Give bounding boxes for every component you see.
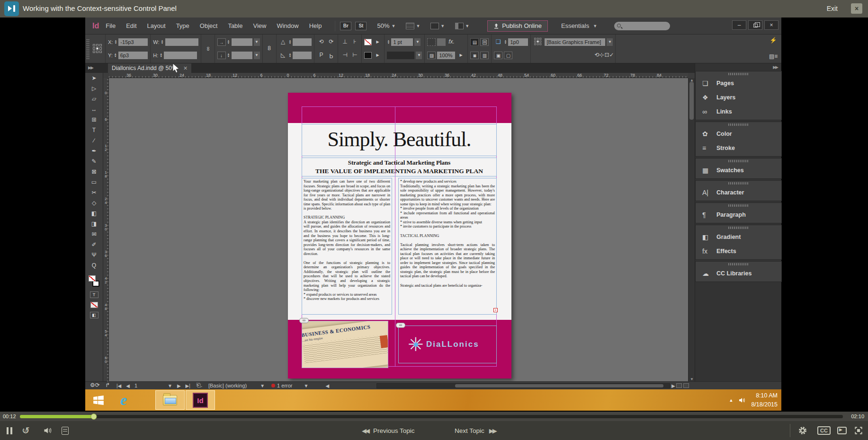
close-button[interactable]: × [764, 20, 779, 30]
profile-dropdown-icon[interactable]: ▼ [260, 383, 265, 388]
workspace-selector[interactable]: Essentials [561, 22, 589, 29]
constrain-proportions-icon[interactable]: ∞ [204, 44, 212, 53]
corner-radius-field[interactable]: 1p0 [508, 38, 528, 46]
next-topic-button[interactable]: Next Topic ▶▶ [450, 421, 496, 440]
arrange-documents-dropdown-icon[interactable]: ▼ [465, 24, 469, 28]
stroke-weight-dropdown-icon[interactable]: ▼ [414, 38, 421, 46]
y-field[interactable]: 6p3 [118, 52, 148, 59]
dock-group-grip[interactable] [728, 160, 749, 162]
vertical-scrollbar[interactable]: ▲ ▼ [688, 78, 695, 381]
tab-close-icon[interactable]: ✕ [183, 65, 188, 71]
taskbar-explorer-button[interactable] [155, 390, 185, 410]
stroke-type-field[interactable] [387, 52, 414, 59]
h-stepper[interactable]: ▲▼ [160, 53, 162, 58]
stroke-weight-stepper[interactable]: ▲▼ [387, 40, 390, 44]
view-options-icon[interactable] [430, 23, 439, 29]
w-field[interactable] [165, 38, 198, 46]
screen-mode-dropdown-icon[interactable]: ▼ [416, 24, 420, 28]
scale-y-stepper[interactable]: ▲▼ [227, 53, 230, 58]
pen-tool[interactable]: ✒ [88, 146, 100, 156]
horizontal-ruler[interactable]: 363024181260612182430364248546066727884 [109, 73, 688, 78]
exit-label[interactable]: Exit [827, 5, 838, 12]
pop-out-button[interactable] [837, 421, 847, 440]
menu-window[interactable]: Window [277, 22, 298, 29]
panel-links[interactable]: ∞Links [696, 105, 781, 119]
fill-swatch-icon[interactable] [364, 52, 372, 59]
stroke-swatch-menu-icon[interactable]: ▶ [373, 38, 382, 46]
export-icon[interactable]: ↱ [103, 382, 112, 389]
corner-options-icon[interactable] [427, 38, 436, 46]
opacity-field[interactable]: 100% [437, 52, 455, 59]
gradient-feather-tool[interactable]: ◨ [88, 219, 100, 229]
scroll-down-icon[interactable]: ▼ [689, 377, 695, 381]
rectangle-tool[interactable]: ▭ [88, 177, 100, 187]
style-override-icon[interactable]: ⟲⊹ [594, 52, 603, 59]
object-style-field[interactable]: [Basic Graphics Frame] [545, 38, 605, 46]
seek-bar[interactable] [20, 415, 843, 418]
panel-paragraph[interactable]: ¶Paragraph [696, 208, 781, 222]
hscroll-right-icon[interactable]: ▶ [671, 383, 675, 388]
stock-button[interactable]: St [355, 22, 367, 30]
scissors-tool[interactable]: ✂ [88, 188, 100, 198]
screen-mode-icon[interactable] [406, 23, 414, 29]
page-dropdown-icon[interactable]: ▼ [168, 383, 172, 388]
panel-menu-icon[interactable]: ▤≡ [769, 53, 778, 61]
fill-stroke-proxy[interactable] [89, 275, 100, 288]
stroke-swatch-none-icon[interactable] [364, 39, 372, 45]
stroke-type-dropdown-icon[interactable]: ▼ [416, 52, 422, 59]
volume-tray-icon[interactable] [738, 396, 746, 404]
flip-vertical-icon[interactable]: P [327, 52, 335, 59]
taskbar-indesign-button[interactable]: Id [186, 390, 215, 410]
vertical-ruler[interactable]: 06121824303642485460 [103, 78, 109, 381]
spread-view-2-icon[interactable] [683, 383, 689, 388]
formatting-text-icon[interactable]: T [90, 291, 98, 298]
menu-edit[interactable]: Edit [126, 22, 136, 29]
spread-view-1-icon[interactable] [676, 383, 682, 388]
overset-text-indicator[interactable]: + [493, 308, 498, 312]
wrap-bounding-box-icon[interactable]: 回 [480, 38, 489, 46]
menu-table[interactable]: Table [228, 22, 242, 29]
line-tool[interactable]: ∕ [88, 136, 100, 146]
no-text-wrap-icon[interactable]: ▤ [470, 38, 479, 46]
seek-handle[interactable] [91, 414, 97, 420]
gap-tool[interactable]: ↔ [88, 105, 100, 114]
panel-cc-libraries[interactable]: ☁CC Libraries [696, 266, 781, 281]
dock-group-grip[interactable] [728, 204, 749, 207]
select-content-icon[interactable]: ⊦ [350, 38, 359, 46]
pause-button[interactable] [6, 421, 13, 440]
link-badge-icon[interactable]: ∞ [299, 318, 309, 323]
hand-tool[interactable]: Ψ [88, 250, 100, 260]
dock-group-grip[interactable] [728, 73, 749, 75]
rotation-stepper[interactable]: ▲▼ [289, 40, 292, 44]
screen-mode-toggle-icon[interactable]: ◧ [90, 312, 98, 318]
w-stepper[interactable]: ▲▼ [161, 40, 164, 44]
zoom-dropdown-icon[interactable]: ▼ [391, 24, 395, 28]
scale-x-dropdown-icon[interactable]: ▼ [254, 38, 260, 46]
search-input[interactable] [614, 22, 670, 30]
taskbar-ie-button[interactable]: e [113, 390, 134, 410]
horizontal-scrollbar[interactable] [376, 383, 670, 388]
panel-color[interactable]: ✿Color [696, 127, 781, 141]
page-tool[interactable]: ▱ [88, 94, 100, 104]
stroke-proxy-icon[interactable] [89, 275, 96, 282]
settings-button[interactable] [797, 421, 808, 440]
select-container-icon[interactable]: ⊥ [340, 38, 349, 46]
h-field[interactable] [164, 52, 197, 59]
panel-pages[interactable]: ❏Pages [696, 76, 781, 90]
document-canvas[interactable]: Simply. Beautiful. Strategic and Tactica… [109, 78, 688, 381]
fit-content-icon[interactable]: ▣ [494, 52, 502, 59]
zoom-tool[interactable]: Q [88, 261, 100, 271]
style-edit-icon[interactable]: ⊡✓ [604, 52, 613, 59]
zoom-level-value[interactable]: 50% [377, 22, 389, 29]
stroke-weight-field[interactable]: 1 pt [391, 38, 413, 46]
transcript-button[interactable] [62, 421, 69, 440]
type-tool[interactable]: T [88, 125, 100, 135]
publish-online-button[interactable]: Publish Online [487, 20, 548, 32]
panel-layers[interactable]: ❖Layers [696, 90, 781, 105]
dock-group-grip[interactable] [728, 263, 749, 265]
corner-shape-icon[interactable] [437, 38, 446, 46]
hscroll-left-icon[interactable]: ◀ [325, 383, 329, 388]
workspace-dropdown-icon[interactable]: ▼ [593, 24, 597, 28]
arrange-documents-icon[interactable] [455, 23, 464, 29]
wrap-object-shape-icon[interactable]: ◙ [470, 52, 479, 59]
